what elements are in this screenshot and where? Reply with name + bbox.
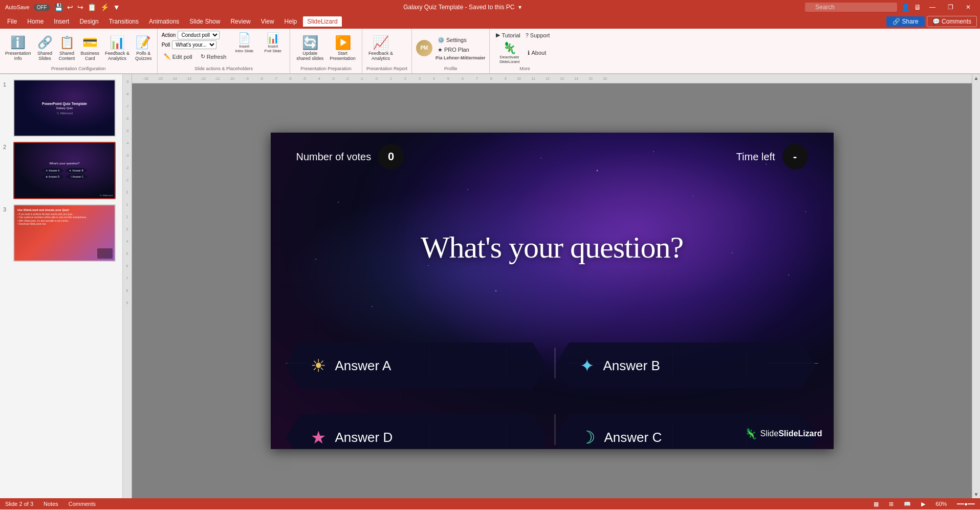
menu-review[interactable]: Review	[226, 16, 254, 27]
menu-slideshow[interactable]: Slide Show	[185, 16, 224, 27]
restore-btn[interactable]: ❐	[944, 3, 957, 12]
notes-btn[interactable]: Notes	[43, 501, 58, 507]
slide-thumb-1[interactable]: 1 PowerPoint Quiz Template Galaxy Quiz 🦎…	[2, 78, 120, 138]
business-card-btn[interactable]: 💳 BusinessCard	[79, 34, 102, 62]
action-label: Action	[162, 32, 176, 38]
answer-a[interactable]: ☀ Answer A	[286, 343, 547, 389]
slide-thumb-2[interactable]: 2 What's your question? ☀ Answer A ✦ Ans…	[2, 141, 120, 200]
support-icon: ?	[526, 32, 529, 38]
slide-canvas[interactable]: Number of votes 0 Time left - What's you…	[271, 133, 834, 449]
insert-poll-slide-btn[interactable]: 📊 InsertPoll Slide	[260, 31, 286, 54]
menu-design[interactable]: Design	[75, 16, 102, 27]
poll-slide-icon: 📊	[267, 32, 279, 44]
slide-question[interactable]: What's your question?	[271, 230, 834, 265]
minimize-btn[interactable]: —	[925, 3, 940, 12]
edit-poll-btn[interactable]: ✏️ Edit poll	[162, 52, 194, 61]
profile-name: Pia Lehner-Mittermaier	[435, 55, 486, 60]
menu-animations[interactable]: Animations	[145, 16, 183, 27]
update-icon: 🔄	[302, 35, 318, 51]
slide-img-3[interactable]: Use SlideLizard and elevate your Quiz! •…	[13, 204, 116, 262]
feedback-analytics-btn[interactable]: 📊 Feedback &Analytics	[103, 34, 132, 62]
menu-transitions[interactable]: Transitions	[105, 16, 143, 27]
ribbon-label-profile: Profile	[416, 66, 486, 71]
time-value: -	[782, 144, 808, 169]
zoom-slider[interactable]: ━━●━━	[957, 501, 975, 507]
answer-d[interactable]: ★ Answer D	[286, 414, 547, 449]
slide1-subtitle: Galaxy Quiz	[56, 107, 73, 110]
galaxy-nebula	[271, 133, 834, 449]
main-content: 1 PowerPoint Quiz Template Galaxy Quiz 🦎…	[0, 74, 980, 498]
scroll-bar-right[interactable]: ▲ ▼	[972, 74, 980, 498]
zoom-level: 60%	[935, 501, 947, 507]
deactivate-btn[interactable]: 🦎 DeactivateSlideLizard	[494, 40, 525, 65]
refresh-btn[interactable]: ↻ Refresh	[199, 52, 229, 61]
insert-intro-slide-btn[interactable]: 📄 InsertIntro Slide	[231, 31, 257, 54]
menu-help[interactable]: Help	[280, 16, 301, 27]
poll-label: Poll	[162, 42, 170, 48]
time-label: Time left	[736, 151, 775, 163]
slide-img-2[interactable]: What's your question? ☀ Answer A ✦ Answe…	[13, 142, 116, 199]
action-dropdown[interactable]: Conduct poll	[178, 31, 220, 39]
lizard-icon: 🦎	[503, 41, 516, 55]
ribbon: ℹ️ PresentationInfo 🔗 SharedSlides 📋 Sha…	[0, 29, 980, 74]
start-presentation-btn[interactable]: ▶️ StartPresentation	[328, 34, 358, 62]
slide-img-1[interactable]: PowerPoint Quiz Template Galaxy Quiz 🦎 S…	[13, 79, 116, 137]
menu-home[interactable]: Home	[23, 16, 48, 27]
feedback-icon: 📊	[110, 35, 125, 50]
menu-insert[interactable]: Insert	[50, 16, 73, 27]
slide-thumb-3[interactable]: 3 Use SlideLizard and elevate your Quiz!…	[2, 203, 120, 263]
intro-slide-icon: 📄	[238, 32, 251, 44]
polls-icon: 📝	[136, 35, 151, 50]
status-bar: Slide 2 of 3 Notes Comments ▦ ⊞ 📖 ▶ 60% …	[0, 498, 980, 509]
view-normal[interactable]: ▦	[874, 501, 879, 507]
time-section: Time left -	[736, 144, 808, 169]
poll-dropdown[interactable]: What's your...	[172, 40, 216, 49]
menu-bar: File Home Insert Design Transitions Anim…	[0, 14, 980, 29]
search-input[interactable]	[805, 3, 897, 12]
answer-a-icon: ☀	[311, 355, 326, 376]
tutorial-icon: ▶	[496, 32, 500, 38]
votes-count: 0	[378, 144, 404, 169]
share-button[interactable]: 🔗 Share	[886, 16, 924, 27]
tutorial-btn[interactable]: ▶ Tutorial	[494, 31, 522, 39]
refresh-icon: ↻	[201, 53, 205, 60]
settings-btn[interactable]: ⚙️ Settings	[435, 36, 486, 45]
ribbon-group-presentation-config: ℹ️ PresentationInfo 🔗 SharedSlides 📋 Sha…	[0, 29, 158, 73]
menu-slidelizard[interactable]: SlideLizard	[303, 16, 341, 27]
menu-view[interactable]: View	[257, 16, 278, 27]
ribbon-group-more: ▶ Tutorial ? Support 🦎 DeactivateSlideLi…	[490, 29, 559, 73]
answers-bottom-row: ★ Answer D ☽ Answer C	[286, 414, 818, 449]
logo-icon: 🦎	[745, 428, 757, 440]
pro-icon: ★	[438, 47, 443, 53]
shared-slides-btn[interactable]: 🔗 SharedSlides	[35, 34, 55, 62]
ribbon-label-prep: Presentation Preparation	[294, 66, 358, 71]
comments-button[interactable]: 💬 Comments	[927, 16, 977, 27]
presentation-info-btn[interactable]: ℹ️ PresentationInfo	[3, 34, 33, 62]
view-slide-sorter[interactable]: ⊞	[889, 501, 894, 507]
pro-plan-btn[interactable]: ★ PRO Plan	[435, 46, 486, 54]
autosave-toggle[interactable]: OFF	[34, 4, 50, 11]
update-shared-btn[interactable]: 🔄 Updateshared slides	[294, 34, 325, 62]
report-feedback-btn[interactable]: 📈 Feedback &Analytics	[366, 34, 395, 62]
menu-file[interactable]: File	[3, 16, 21, 27]
business-card-icon: 💳	[82, 35, 98, 50]
slide-num-2: 2	[3, 142, 10, 150]
close-btn[interactable]: ✕	[962, 3, 975, 12]
support-btn[interactable]: ? Support	[524, 31, 552, 39]
ribbon-label-report: Presentation Report	[366, 66, 407, 71]
ribbon-label-slide-actions: Slide actions & Placeholders	[162, 66, 286, 71]
slide3-title: Use SlideLizard and elevate your Quiz!	[17, 208, 112, 211]
shared-content-btn[interactable]: 📋 SharedContent	[57, 34, 77, 62]
view-reading[interactable]: 📖	[904, 501, 911, 507]
answer-b-label: Answer B	[603, 358, 660, 374]
view-slideshow[interactable]: ▶	[921, 501, 925, 507]
logo-text: SlideSlideLizard	[760, 429, 822, 438]
comments-status-btn[interactable]: Comments	[69, 501, 96, 507]
answer-b[interactable]: ✦ Answer B	[555, 343, 816, 389]
ribbon-group-prep: 🔄 Updateshared slides ▶️ StartPresentati…	[290, 29, 362, 73]
polls-quizzes-btn[interactable]: 📝 Polls &Quizzes	[133, 34, 154, 62]
votes-section: Number of votes 0	[296, 144, 404, 169]
about-btn[interactable]: ℹ About	[526, 40, 548, 65]
answer-c-icon: ☽	[580, 427, 595, 448]
report-icon: 📈	[373, 35, 389, 51]
